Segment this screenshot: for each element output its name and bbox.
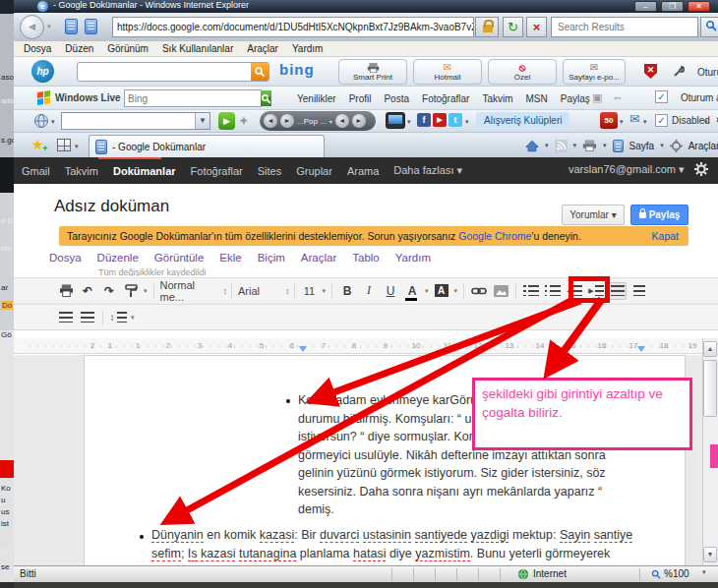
- docs-menu-item-5[interactable]: Araçlar: [301, 252, 336, 267]
- disabled-dropdown-icon[interactable]: ▾: [704, 118, 708, 126]
- zoom-magnifier-icon[interactable]: [651, 569, 661, 579]
- ozel-button[interactable]: ⦸ Özel: [488, 59, 557, 85]
- wrench-icon[interactable]: [673, 66, 685, 78]
- gear-icon[interactable]: [670, 140, 683, 152]
- print-icon[interactable]: [582, 140, 597, 151]
- live-link-4[interactable]: Takvim: [482, 93, 512, 104]
- tab-google-docs[interactable]: - Google Dokümanlar: [89, 135, 325, 158]
- close-button[interactable]: ✕: [688, 1, 710, 12]
- twitter-icon[interactable]: t: [449, 113, 462, 127]
- ie-menu-item-2[interactable]: Görünüm: [107, 43, 149, 54]
- style-updown-icon[interactable]: ↕: [223, 286, 228, 296]
- globe-dropdown-icon[interactable]: ▾: [51, 118, 55, 126]
- back-dropdown-icon[interactable]: ▾: [47, 23, 51, 30]
- media-play-icon[interactable]: ►: [280, 114, 294, 128]
- ie-menu-item-5[interactable]: Yardım: [292, 43, 324, 54]
- facebook-icon[interactable]: f: [417, 113, 431, 127]
- print-icon[interactable]: [57, 282, 75, 300]
- page-icon[interactable]: [65, 19, 78, 34]
- account-email[interactable]: varslan76@gmail.com ▾: [568, 163, 685, 176]
- docs-menu-item-1[interactable]: Düzenle: [97, 252, 139, 267]
- email-page-button[interactable]: ✉ Sayfayı e-po...: [563, 59, 626, 85]
- page-dropdown-icon[interactable]: ▾: [660, 142, 664, 149]
- google-nav-item-3[interactable]: Fotoğraflar: [191, 165, 243, 177]
- social-dropdown-icon[interactable]: ▾: [465, 118, 469, 126]
- maximize-button[interactable]: ❐: [661, 1, 684, 12]
- mail-dropdown-icon[interactable]: ▾: [643, 118, 647, 126]
- rss-feed-icon[interactable]: [555, 140, 568, 152]
- badge-dropdown-icon[interactable]: ▾: [620, 118, 624, 126]
- share-button[interactable]: Paylaş: [630, 205, 688, 225]
- url-field[interactable]: https://docs.google.com/document/d/1DU5d…: [112, 17, 474, 37]
- size-dropdown-icon[interactable]: ▾: [323, 287, 327, 295]
- insert-link-icon[interactable]: [470, 282, 488, 300]
- media-fwd-icon[interactable]: ►: [352, 114, 366, 128]
- print-dropdown-icon[interactable]: ▾: [603, 142, 607, 149]
- home-icon[interactable]: [525, 140, 539, 152]
- hp-search-input[interactable]: [78, 63, 251, 81]
- media-prev-icon[interactable]: ◄: [264, 114, 277, 128]
- page-icon[interactable]: [85, 19, 97, 34]
- google-nav-item-0[interactable]: Gmail: [22, 165, 50, 177]
- tv-dropdown-icon[interactable]: ▾: [407, 118, 411, 126]
- pin-icon[interactable]: ✚: [240, 116, 248, 126]
- warning-close-link[interactable]: Kapat: [652, 226, 679, 246]
- google-nav-item-1[interactable]: Takvim: [65, 165, 98, 177]
- smart-print-button[interactable]: Smart Print: [338, 59, 407, 85]
- indent-marker-icon[interactable]: [299, 346, 307, 352]
- paste-dropdown-icon[interactable]: ▾: [144, 287, 148, 295]
- docs-menu-item-4[interactable]: Biçim: [258, 252, 285, 267]
- scrollbar-thumb[interactable]: [703, 360, 717, 417]
- hotmail-button[interactable]: ✉ Hotmail: [413, 59, 482, 85]
- settings-gear-icon[interactable]: [694, 162, 708, 176]
- home-dropdown-icon[interactable]: ▾: [545, 142, 549, 149]
- google-nav-item-5[interactable]: Gruplar: [296, 165, 332, 177]
- comments-button[interactable]: Yorumlar ▾: [562, 205, 625, 225]
- tools-menu-label[interactable]: Araçlar: [688, 141, 718, 151]
- italic-button[interactable]: I: [360, 282, 378, 300]
- ruler[interactable]: 2112345678910111213141516171819: [14, 338, 702, 354]
- underline-button[interactable]: U: [382, 282, 399, 300]
- redo-icon[interactable]: ↷: [100, 282, 118, 300]
- bing-logo[interactable]: bing: [279, 61, 315, 78]
- justify-icon[interactable]: [79, 309, 96, 326]
- docs-menu-item-7[interactable]: Yardım: [395, 252, 431, 267]
- green-go-icon[interactable]: ▶: [218, 112, 235, 130]
- spacing-dropdown-icon[interactable]: ▾: [131, 314, 135, 322]
- ie-menu-item-1[interactable]: Düzen: [65, 43, 93, 54]
- align-left-icon[interactable]: [609, 282, 627, 300]
- paint-format-icon[interactable]: [122, 282, 140, 300]
- hp-session-label[interactable]: Oturum: [697, 67, 718, 78]
- live-search-dropdown-icon[interactable]: ▾: [268, 94, 271, 102]
- live-link-0[interactable]: Yenilikler: [297, 93, 336, 104]
- back-button[interactable]: ◄: [20, 15, 44, 39]
- highlight-dropdown-icon[interactable]: ▾: [454, 287, 458, 295]
- chrome-link[interactable]: Google Chrome: [458, 230, 531, 242]
- media-dropdown-icon[interactable]: ▾: [329, 118, 332, 125]
- checkbox-icon[interactable]: ✓: [655, 90, 668, 103]
- line-spacing-icon[interactable]: ↕: [109, 309, 127, 326]
- docs-menu-item-6[interactable]: Tablo: [352, 252, 380, 267]
- shopping-clubs-label[interactable]: Alışveriş Kulüpleri: [476, 112, 569, 130]
- docs-menu-item-0[interactable]: Dosya: [49, 252, 82, 267]
- live-link-6[interactable]: Paylaş: [561, 93, 590, 104]
- live-link-3[interactable]: Fotoğraflar: [422, 93, 469, 104]
- live-search-input[interactable]: [125, 90, 261, 106]
- live-link-1[interactable]: Profil: [349, 93, 372, 104]
- ie-menu-item-0[interactable]: Dosya: [24, 43, 51, 54]
- align-right-icon[interactable]: [57, 309, 75, 326]
- indent-marker-icon[interactable]: [637, 346, 645, 352]
- minimize-button[interactable]: –: [634, 1, 657, 12]
- font-updown-icon[interactable]: ↕: [285, 286, 290, 296]
- search-box[interactable]: [551, 17, 698, 37]
- quick-tabs-icon[interactable]: [57, 139, 71, 151]
- google-nav-item-2[interactable]: Dokümanlar: [113, 165, 176, 177]
- mail-icon[interactable]: ✉: [629, 112, 639, 126]
- scroll-up-button[interactable]: ▲: [703, 341, 717, 357]
- ie-menu-item-3[interactable]: Sık Kullanılanlar: [162, 43, 233, 54]
- note-icon[interactable]: ▣: [592, 91, 602, 104]
- bold-button[interactable]: B: [338, 282, 356, 300]
- page-menu-label[interactable]: Sayfa: [629, 141, 655, 151]
- media-label[interactable]: ...Pop ...: [297, 117, 327, 126]
- zoom-dropdown-icon[interactable]: ▾: [702, 568, 706, 576]
